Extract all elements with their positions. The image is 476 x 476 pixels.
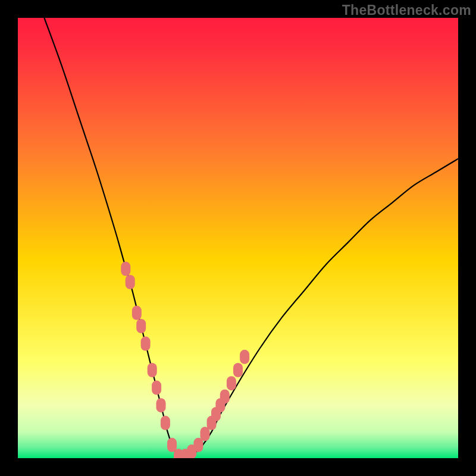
curve-marker: [201, 427, 210, 441]
gradient-background: [18, 18, 458, 458]
plot-area: [18, 18, 458, 458]
curve-marker: [220, 389, 230, 403]
curve-marker: [193, 438, 203, 452]
curve-marker: [233, 363, 243, 377]
curve-marker: [148, 363, 157, 377]
curve-marker: [167, 438, 177, 452]
attribution-label: TheBottleneck.com: [342, 2, 471, 18]
curve-marker: [156, 398, 166, 412]
curve-marker: [136, 319, 146, 333]
bottleneck-chart: [18, 18, 458, 458]
chart-frame: TheBottleneck.com: [0, 0, 476, 476]
curve-marker: [227, 376, 236, 390]
curve-marker: [240, 350, 249, 364]
curve-marker: [121, 262, 130, 276]
curve-marker: [161, 416, 170, 430]
curve-marker: [152, 381, 161, 395]
curve-marker: [141, 337, 151, 351]
curve-marker: [126, 275, 135, 289]
curve-marker: [132, 306, 142, 320]
